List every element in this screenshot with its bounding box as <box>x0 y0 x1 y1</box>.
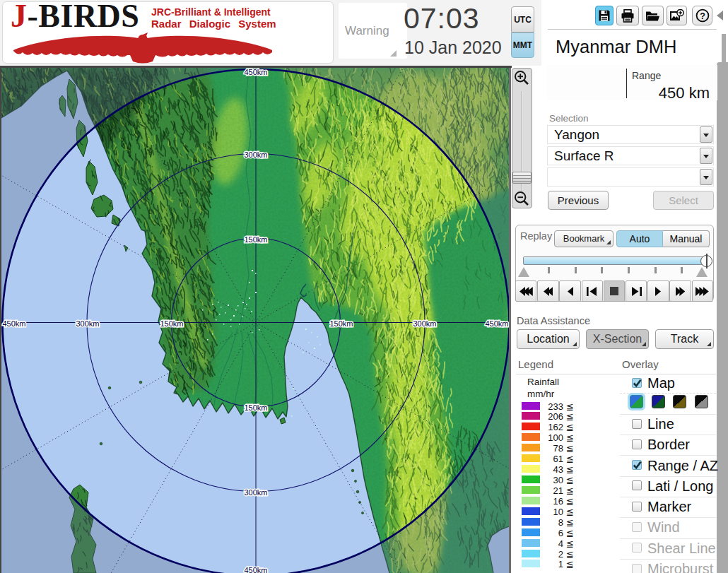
svg-text:300km: 300km <box>76 319 99 328</box>
svg-text:450km: 450km <box>244 68 267 76</box>
svg-text:300km: 300km <box>244 150 267 159</box>
svg-text:300km: 300km <box>244 488 267 497</box>
svg-text:150km: 150km <box>244 403 267 412</box>
svg-text:150km: 150km <box>244 235 267 244</box>
svg-text:?: ? <box>700 11 705 21</box>
svg-text:450km: 450km <box>485 319 508 328</box>
svg-text:450km: 450km <box>244 566 267 573</box>
svg-text:150km: 150km <box>160 319 183 328</box>
svg-text:300km: 300km <box>413 319 436 328</box>
svg-text:450km: 450km <box>2 319 25 328</box>
svg-text:150km: 150km <box>329 319 353 328</box>
